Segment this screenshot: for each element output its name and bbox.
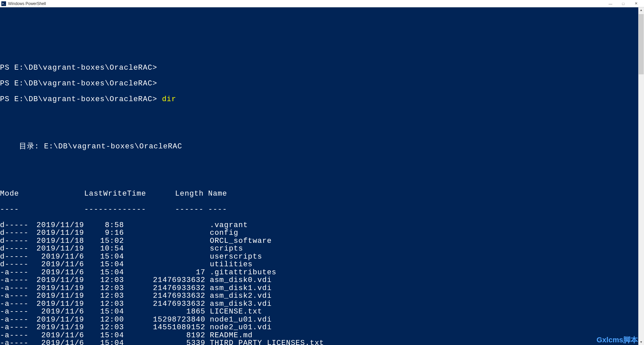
row-name: utilities bbox=[205, 261, 253, 269]
blank-line bbox=[0, 48, 644, 56]
prompt-line: PS E:\DB\vagrant-boxes\OracleRAC> bbox=[0, 64, 644, 72]
blank-line bbox=[0, 17, 644, 25]
row-time: 9:16 bbox=[84, 229, 124, 237]
row-name: config bbox=[205, 229, 238, 237]
row-date: 2019/11/19 bbox=[31, 229, 84, 237]
row-date: 2019/11/19 bbox=[31, 292, 84, 300]
table-row: d-----2019/11/615:04 userscripts bbox=[0, 253, 644, 261]
row-date: 2019/11/19 bbox=[31, 221, 84, 229]
row-name: asm_disk2.vdi bbox=[205, 292, 272, 300]
table-row: -a----2019/11/1912:00 15298723840node1_u… bbox=[0, 316, 644, 324]
row-name: LICENSE.txt bbox=[205, 308, 262, 316]
row-mode: -a---- bbox=[0, 316, 31, 324]
table-row: -a----2019/11/615:04 5339THIRD_PARTY_LIC… bbox=[0, 339, 644, 345]
row-time: 12:03 bbox=[84, 300, 124, 308]
row-length: 21476933632 bbox=[148, 292, 206, 300]
table-row: -a----2019/11/615:04 8192README.md bbox=[0, 332, 644, 340]
row-time: 12:03 bbox=[84, 324, 124, 332]
vertical-scrollbar[interactable]: ▲ ▼ bbox=[638, 7, 644, 345]
row-time: 10:54 bbox=[84, 245, 124, 253]
scroll-thumb[interactable] bbox=[639, 14, 644, 74]
row-length: 21476933632 bbox=[148, 284, 206, 292]
row-date: 2019/11/19 bbox=[31, 324, 84, 332]
scroll-up-arrow-icon[interactable]: ▲ bbox=[638, 7, 644, 13]
row-name: node1_u01.vdi bbox=[205, 316, 272, 324]
blank-line bbox=[0, 174, 644, 182]
row-mode: -a---- bbox=[0, 276, 31, 284]
table-row: -a----2019/11/1912:03 14551089152node2_u… bbox=[0, 324, 644, 332]
row-date: 2019/11/18 bbox=[31, 237, 84, 245]
col-header-length: Length bbox=[146, 190, 204, 198]
row-name: .gitattributes bbox=[205, 269, 276, 277]
row-time: 15:04 bbox=[84, 269, 124, 277]
row-mode: -a---- bbox=[0, 300, 31, 308]
row-mode: -a---- bbox=[0, 324, 31, 332]
table-row: d-----2019/11/615:04 utilities bbox=[0, 261, 644, 269]
row-name: asm_disk0.vdi bbox=[205, 276, 272, 284]
table-header-row: Mode LastWriteTimeLengthName bbox=[0, 190, 644, 198]
row-date: 2019/11/19 bbox=[31, 284, 84, 292]
row-time: 12:03 bbox=[84, 292, 124, 300]
window-titlebar: >_ Windows PowerShell — □ ✕ bbox=[0, 0, 644, 7]
row-mode: d----- bbox=[0, 221, 31, 229]
row-length: 5339 bbox=[148, 339, 206, 345]
row-date: 2019/11/6 bbox=[31, 253, 84, 261]
row-mode: -a---- bbox=[0, 332, 31, 340]
scroll-down-arrow-icon[interactable]: ▼ bbox=[638, 339, 644, 345]
col-header-mode: Mode bbox=[0, 190, 31, 198]
row-length: 15298723840 bbox=[148, 316, 206, 324]
row-name: README.md bbox=[205, 332, 253, 340]
blank-line bbox=[0, 127, 644, 135]
row-date: 2019/11/19 bbox=[31, 245, 84, 253]
row-time: 15:04 bbox=[84, 339, 124, 345]
table-row: d-----2019/11/198:58 .vagrant bbox=[0, 221, 644, 229]
table-row: -a----2019/11/1912:03 21476933632asm_dis… bbox=[0, 300, 644, 308]
table-rule-row: ---- ----------------------- bbox=[0, 206, 644, 214]
blank-line bbox=[0, 32, 644, 41]
row-mode: -a---- bbox=[0, 284, 31, 292]
terminal-output: PS E:\DB\vagrant-boxes\OracleRAC> PS E:\… bbox=[0, 7, 644, 345]
table-row: -a----2019/11/1912:03 21476933632asm_dis… bbox=[0, 292, 644, 300]
minimize-button[interactable]: — bbox=[607, 1, 614, 7]
row-length: 21476933632 bbox=[148, 300, 206, 308]
row-name: node2_u01.vdi bbox=[205, 324, 272, 332]
row-time: 15:04 bbox=[84, 261, 124, 269]
table-row: -a----2019/11/615:04 17.gitattributes bbox=[0, 269, 644, 277]
row-date: 2019/11/19 bbox=[31, 316, 84, 324]
row-length: 14551089152 bbox=[148, 324, 206, 332]
terminal[interactable]: PS E:\DB\vagrant-boxes\OracleRAC> PS E:\… bbox=[0, 7, 644, 345]
row-date: 2019/11/19 bbox=[31, 300, 84, 308]
row-date: 2019/11/6 bbox=[31, 339, 84, 345]
row-time: 15:04 bbox=[84, 332, 124, 340]
row-time: 15:04 bbox=[84, 253, 124, 261]
row-name: userscripts bbox=[205, 253, 262, 261]
close-button[interactable]: ✕ bbox=[633, 1, 639, 7]
row-date: 2019/11/6 bbox=[31, 308, 84, 316]
window-title: Windows PowerShell bbox=[8, 1, 607, 6]
table-row: -a----2019/11/1912:03 21476933632asm_dis… bbox=[0, 284, 644, 292]
maximize-button[interactable]: □ bbox=[620, 1, 627, 7]
row-name: .vagrant bbox=[205, 221, 248, 229]
row-date: 2019/11/6 bbox=[31, 332, 84, 340]
row-time: 15:04 bbox=[84, 308, 124, 316]
col-header-name: Name bbox=[204, 190, 227, 198]
window-controls: — □ ✕ bbox=[607, 1, 643, 7]
row-length: 21476933632 bbox=[148, 276, 206, 284]
table-row: -a----2019/11/1912:03 21476933632asm_dis… bbox=[0, 276, 644, 284]
table-row: -a----2019/11/615:04 1865LICENSE.txt bbox=[0, 308, 644, 316]
row-name: asm_disk3.vdi bbox=[205, 300, 272, 308]
row-mode: d----- bbox=[0, 261, 31, 269]
row-name: ORCL_software bbox=[205, 237, 272, 245]
row-mode: -a---- bbox=[0, 269, 31, 277]
row-time: 12:03 bbox=[84, 276, 124, 284]
row-mode: -a---- bbox=[0, 339, 31, 345]
row-mode: d----- bbox=[0, 245, 31, 253]
row-time: 15:02 bbox=[84, 237, 124, 245]
dir-label: 目录: bbox=[19, 142, 39, 151]
table-row: d-----2019/11/1910:54 scripts bbox=[0, 245, 644, 253]
row-mode: d----- bbox=[0, 229, 31, 237]
col-header-lastwrite: LastWriteTime bbox=[84, 190, 146, 198]
row-time: 8:58 bbox=[84, 221, 124, 229]
table-row: d-----2019/11/1815:02 ORCL_software bbox=[0, 237, 644, 245]
row-mode: d----- bbox=[0, 237, 31, 245]
